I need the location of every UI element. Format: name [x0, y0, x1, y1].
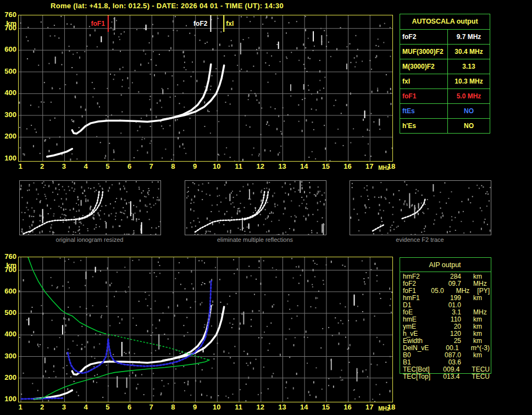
noise-dot [201, 235, 202, 235]
noise-dot [251, 319, 252, 320]
noise-dot [275, 206, 276, 207]
noise-dot [194, 195, 195, 197]
interference-streak [433, 184, 434, 191]
noise-dot [365, 207, 367, 209]
noise-dot [350, 217, 351, 219]
noise-dot [331, 261, 332, 263]
noise-dot [326, 46, 327, 47]
noise-dot [390, 103, 391, 105]
noise-dot [74, 191, 75, 192]
noise-dot [176, 30, 178, 31]
noise-dot [141, 139, 142, 140]
aip-row-tectop: TEC[Top]013.4TECU [403, 373, 490, 380]
noise-dot [341, 370, 342, 371]
noise-dot [230, 357, 231, 358]
noise-dot [136, 181, 137, 182]
y-tick-label: 300 [1, 111, 16, 119]
autoscala-row-ftes: ftEsNO [400, 103, 490, 118]
noise-dot [309, 186, 311, 189]
noise-dot [263, 224, 264, 225]
noise-dot [328, 327, 329, 328]
noise-dot [367, 190, 368, 191]
noise-dot [31, 311, 32, 313]
noise-dot [289, 357, 290, 358]
noise-dot [106, 281, 107, 284]
noise-dot [337, 129, 339, 130]
noise-dot [304, 336, 305, 337]
noise-dot [45, 370, 46, 373]
noise-dot [200, 380, 201, 383]
noise-dot [191, 270, 192, 273]
noise-dot [289, 22, 290, 23]
noise-dot [230, 103, 231, 104]
noise-dot [415, 192, 416, 193]
interference-streak [106, 222, 107, 229]
noise-dot [263, 367, 264, 368]
noise-dot [287, 301, 289, 302]
ionogram-main-plot [18, 15, 393, 162]
noise-dot [159, 265, 160, 266]
noise-dot [356, 320, 357, 322]
noise-dot [44, 82, 45, 83]
interference-streak [121, 342, 123, 356]
noise-dot [302, 187, 303, 189]
noise-dot [51, 226, 52, 229]
noise-dot [108, 214, 109, 217]
noise-dot [114, 32, 115, 35]
noise-dot [99, 344, 100, 345]
noise-dot [350, 92, 351, 95]
noise-dot [51, 224, 52, 225]
x-tick-label: 2 [35, 163, 49, 170]
noise-dot [259, 311, 260, 312]
noise-dot [385, 198, 386, 200]
noise-dot [32, 307, 33, 308]
noise-dot [414, 234, 415, 235]
noise-dot [53, 365, 54, 367]
noise-dot [479, 188, 480, 189]
y-tick-label: 300 [1, 352, 16, 360]
noise-dot [212, 48, 213, 51]
x-tick-label: 9 [188, 403, 202, 411]
noise-dot [125, 210, 126, 211]
noise-dot [118, 316, 119, 317]
noise-dot [93, 366, 95, 367]
noise-dot [483, 186, 484, 187]
noise-dot [52, 192, 53, 193]
aip-val: 05.0 [427, 287, 444, 295]
noise-dot [212, 301, 213, 303]
parameter-label: MUF(3000)F2 [400, 45, 448, 59]
noise-dot [368, 278, 369, 279]
noise-dot [269, 182, 270, 183]
x-tick-label: 4 [79, 163, 93, 170]
noise-dot [228, 95, 229, 96]
noise-dot [389, 287, 390, 290]
noise-dot [168, 306, 169, 308]
noise-dot [315, 307, 316, 308]
noise-dot [352, 187, 353, 188]
noise-dot [380, 209, 381, 211]
noise-dot [285, 207, 286, 209]
noise-dot [128, 286, 129, 287]
noise-dot [328, 42, 329, 43]
noise-dot [33, 221, 34, 223]
noise-dot [356, 62, 357, 63]
noise-dot [425, 225, 426, 228]
noise-dot [51, 102, 52, 103]
noise-dot [268, 82, 269, 83]
noise-dot [259, 47, 260, 49]
noise-dot [38, 346, 40, 347]
noise-dot [109, 187, 110, 189]
noise-dot [165, 72, 166, 74]
noise-dot [143, 190, 144, 191]
noise-dot [258, 337, 259, 338]
noise-dot [65, 209, 66, 210]
noise-dot [70, 377, 71, 378]
noise-dot [52, 285, 53, 286]
noise-dot [43, 102, 45, 103]
noise-dot [124, 200, 125, 201]
noise-dot [93, 346, 95, 348]
noise-dot [260, 214, 261, 215]
interference-streak [364, 110, 365, 118]
noise-dot [428, 208, 429, 209]
noise-dot [375, 45, 376, 46]
